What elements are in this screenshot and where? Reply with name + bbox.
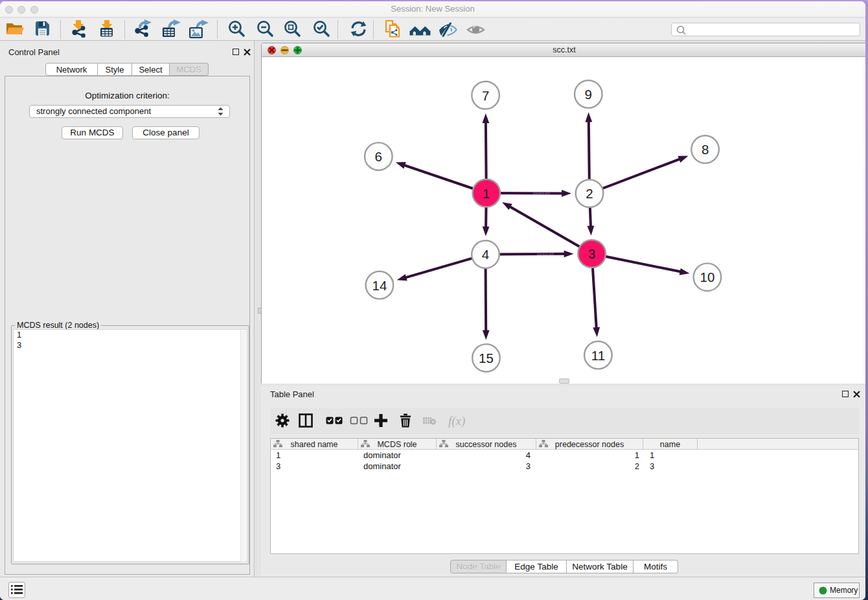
- svg-text:4: 4: [482, 247, 489, 262]
- svg-text:11: 11: [591, 348, 605, 363]
- svg-text:2: 2: [586, 186, 593, 201]
- svg-text:interacts with: interacts with: [533, 192, 551, 195]
- svg-text:14: 14: [372, 278, 387, 293]
- svg-text:interacts with: interacts with: [537, 253, 554, 256]
- svg-text:6: 6: [375, 149, 382, 164]
- svg-text:1: 1: [483, 186, 490, 201]
- svg-text:9: 9: [585, 87, 592, 102]
- svg-text:15: 15: [479, 351, 494, 365]
- svg-text:7: 7: [482, 88, 489, 103]
- svg-text:8: 8: [702, 142, 709, 157]
- svg-text:3: 3: [588, 246, 595, 261]
- svg-text:f(x): f(x): [448, 414, 465, 428]
- svg-text:10: 10: [700, 270, 714, 284]
